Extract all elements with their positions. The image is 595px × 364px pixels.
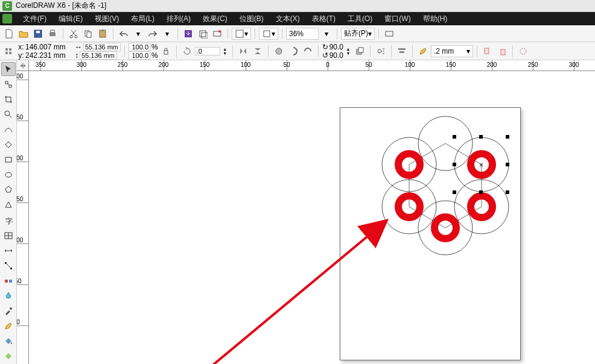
scale-x-input[interactable] xyxy=(129,43,150,51)
svg-rect-18 xyxy=(5,48,8,51)
svg-point-41 xyxy=(10,307,12,310)
svg-rect-21 xyxy=(9,52,11,54)
cut-button[interactable] xyxy=(67,27,80,40)
menu-effects[interactable]: 效果(C) xyxy=(197,12,234,25)
app-selector[interactable]: ▾ xyxy=(232,28,251,40)
scale-y-input[interactable] xyxy=(129,51,150,60)
outline-width-select[interactable]: .2 mm▾ xyxy=(431,45,473,57)
paste-button[interactable] xyxy=(96,27,109,40)
rotation-input[interactable] xyxy=(195,47,220,55)
vertical-ruler[interactable]: 300250200150100500 xyxy=(17,71,29,364)
copy-button[interactable] xyxy=(81,27,95,40)
menu-layout[interactable]: 布局(L) xyxy=(125,12,161,25)
lock-ratio-button[interactable] xyxy=(159,45,173,58)
menu-file[interactable]: 文件(F) xyxy=(17,12,52,25)
snap-label: 贴齐(P) xyxy=(344,28,368,39)
ellipse-tool[interactable] xyxy=(1,168,16,182)
save-button[interactable] xyxy=(31,27,45,40)
width-input[interactable] xyxy=(83,43,121,51)
rotate-spinner[interactable]: ▲▼ xyxy=(345,45,352,58)
shape-tool[interactable] xyxy=(1,77,16,91)
copy-properties-button[interactable] xyxy=(481,45,494,58)
crop-tool[interactable] xyxy=(1,92,16,106)
publish-button[interactable] xyxy=(211,27,224,40)
menu-table[interactable]: 表格(T) xyxy=(306,12,342,25)
connector-tool[interactable] xyxy=(1,259,16,272)
height-icon: ↕ xyxy=(75,51,78,60)
rotate-ccw-value: 90.0 xyxy=(329,51,343,60)
basic-shapes-tool[interactable] xyxy=(1,198,16,212)
svg-point-34 xyxy=(5,172,11,177)
to-front-button[interactable] xyxy=(353,45,366,58)
canvas-area[interactable]: × xyxy=(29,71,595,364)
zoom-input[interactable] xyxy=(286,28,319,40)
interactive-fill-tool[interactable] xyxy=(1,350,16,363)
open-button[interactable] xyxy=(17,27,30,40)
canvas[interactable]: 35030025020015010050050100150200250300 3… xyxy=(17,60,595,364)
redo-dropdown[interactable]: ▾ xyxy=(161,27,174,40)
svg-rect-61 xyxy=(506,190,509,194)
export-button[interactable] xyxy=(196,27,209,40)
align-button[interactable] xyxy=(395,45,409,58)
outline-width-value: .2 mm xyxy=(434,47,454,55)
undo-button[interactable] xyxy=(117,27,130,40)
rectangle-tool[interactable] xyxy=(1,153,16,167)
svg-rect-27 xyxy=(398,48,406,50)
height-input[interactable] xyxy=(80,51,117,60)
toolbox: 字 xyxy=(0,60,17,364)
rotate-cw-icon[interactable]: ↻ xyxy=(322,43,328,51)
transparency-tool[interactable] xyxy=(1,289,16,303)
paste-properties-button[interactable] xyxy=(495,45,509,58)
smart-fill-tool[interactable] xyxy=(1,138,16,152)
menu-window[interactable]: 窗口(W) xyxy=(378,12,416,25)
front-minus-back-button[interactable] xyxy=(272,45,285,58)
x-value[interactable]: 146.007 mm xyxy=(25,43,69,51)
fill-tool[interactable] xyxy=(1,334,16,348)
zoom-tool[interactable] xyxy=(1,107,16,121)
snap-selector[interactable]: 贴齐(P) ▾ xyxy=(341,28,375,40)
freehand-tool[interactable] xyxy=(1,122,16,136)
rotation-spinner[interactable]: ▲▼ xyxy=(221,45,229,58)
svg-rect-56 xyxy=(506,135,509,139)
menu-arrange[interactable]: 排列(A) xyxy=(161,12,197,25)
svg-rect-16 xyxy=(264,31,270,37)
print-button[interactable] xyxy=(46,27,59,40)
eyedropper-tool[interactable] xyxy=(1,304,16,318)
dimension-tool[interactable] xyxy=(1,243,16,257)
simplify-button[interactable] xyxy=(301,45,314,58)
undo-dropdown[interactable]: ▾ xyxy=(132,27,145,40)
menu-edit[interactable]: 编辑(E) xyxy=(52,12,89,25)
svg-point-32 xyxy=(5,111,10,116)
ruler-h-label: 250 xyxy=(118,61,128,68)
table-tool[interactable] xyxy=(1,228,16,242)
svg-rect-25 xyxy=(358,48,363,52)
y-value[interactable]: 242.231 mm xyxy=(25,51,69,60)
menu-tools[interactable]: 工具(O) xyxy=(342,12,378,25)
text-tool[interactable]: 字 xyxy=(1,213,16,227)
ruler-corner[interactable] xyxy=(17,60,29,71)
options-button[interactable] xyxy=(383,27,396,40)
back-minus-front-button[interactable] xyxy=(287,45,300,58)
menu-bitmap[interactable]: 位图(B) xyxy=(234,12,270,25)
interactive-blend-tool[interactable] xyxy=(1,274,16,287)
menu-view[interactable]: 视图(V) xyxy=(89,12,125,25)
polygon-tool[interactable] xyxy=(1,183,16,197)
convert-to-curves-button[interactable] xyxy=(517,45,530,58)
menu-help[interactable]: 帮助(H) xyxy=(417,12,454,25)
mirror-v-button[interactable] xyxy=(251,45,264,58)
svg-rect-12 xyxy=(202,33,208,39)
pick-tool[interactable] xyxy=(1,62,16,76)
zoom-dropdown[interactable]: ▾ xyxy=(320,27,333,40)
launch-selector[interactable]: ▾ xyxy=(259,28,278,40)
svg-rect-7 xyxy=(87,32,91,37)
wrap-text-button[interactable] xyxy=(374,45,387,58)
mirror-h-button[interactable] xyxy=(237,45,250,58)
object-position: x:146.007 mm y:242.231 mm xyxy=(17,43,69,60)
import-button[interactable] xyxy=(182,27,195,40)
outline-tool[interactable] xyxy=(1,319,16,333)
menu-text[interactable]: 文本(X) xyxy=(270,12,306,25)
horizontal-ruler[interactable]: 35030025020015010050050100150200250300 xyxy=(29,60,595,71)
rotate-ccw-icon[interactable]: ↺ xyxy=(322,51,328,60)
new-button[interactable] xyxy=(2,27,16,40)
redo-button[interactable] xyxy=(146,27,159,40)
